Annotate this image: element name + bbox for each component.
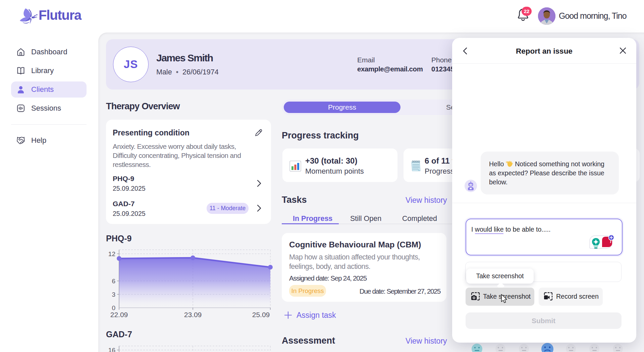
svg-text:25.09: 25.09 [252, 311, 270, 318]
svg-text:6: 6 [112, 278, 115, 285]
svg-text:12: 12 [108, 250, 115, 257]
svg-text:3: 3 [112, 291, 115, 298]
svg-text:22.09: 22.09 [110, 311, 128, 318]
svg-text:23.09: 23.09 [184, 311, 202, 318]
svg-text:0: 0 [112, 304, 115, 311]
svg-text:16: 16 [108, 347, 115, 352]
